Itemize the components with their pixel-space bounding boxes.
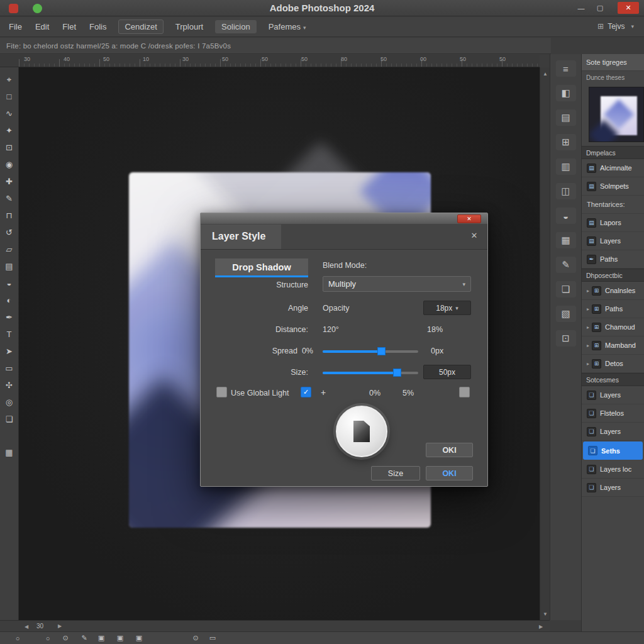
target-icon[interactable]: ⊙ [189,633,202,644]
grid-icon[interactable]: ▣ [133,633,145,644]
drop-shadow-tab[interactable]: Drop Shadow [215,258,308,275]
grid-icon[interactable]: ▣ [95,633,108,644]
panel-navigator-icon[interactable]: ◫ [556,183,576,199]
panel-color-icon[interactable]: ◒ [556,208,576,224]
panel-item[interactable]: ▸ ⊞ Paths [582,300,644,318]
pen-tool[interactable]: ✒ [1,309,18,326]
panel-histogram-icon[interactable]: ▥ [556,158,576,175]
gradient-tool[interactable]: ▤ [1,258,18,275]
panel-properties-icon[interactable]: ≡ [556,60,576,77]
menu-folis[interactable]: Folis [88,20,108,33]
pen-icon[interactable]: ✎ [78,633,91,644]
history-brush-tool[interactable]: ↺ [1,224,18,241]
close-icon[interactable]: ✕ [469,231,480,240]
quick-mask-tool[interactable]: ▦ [1,444,18,461]
panel-swatches-icon[interactable]: ▦ [556,232,576,248]
blend-mode-select[interactable]: Multiply ▾ [323,276,471,292]
dialog-title-strip[interactable]: ✕ [201,213,487,225]
panel-item[interactable]: ▸ ⊞ Mamband [582,336,644,355]
ok-confirm-button[interactable]: OKI [426,466,473,480]
move-tool[interactable]: ⌖ [1,71,18,88]
panel-item[interactable]: ✒ Paths [582,250,644,269]
size-slider-handle[interactable] [393,369,401,377]
ruler-label: 40 [64,56,70,62]
right-checkbox[interactable] [459,387,470,397]
scroll-up-icon[interactable]: ▲ [540,69,550,79]
magic-wand-tool[interactable]: ✦ [1,122,18,139]
panel-adjustments-icon[interactable]: ◧ [556,85,576,101]
panel-item-selected[interactable]: ❏ Seths [583,441,643,460]
panel-layers-icon[interactable]: ❏ [556,281,576,297]
grid-icon[interactable]: ▣ [114,633,126,644]
plus-icon[interactable]: + [321,387,326,397]
play-icon[interactable]: ▶ [58,623,62,629]
scroll-down-icon[interactable]: ▼ [540,609,550,619]
scroll-left-icon[interactable]: ◀ [21,621,31,632]
maximize-button[interactable]: ▢ [591,2,609,14]
shape-tool[interactable]: ▭ [1,360,18,377]
workspace-switcher[interactable]: ⊞ Tejvs ▾ [594,20,638,33]
spread-slider-handle[interactable] [377,347,386,355]
panel-channels-icon[interactable]: ▧ [556,306,576,322]
panel-item[interactable]: ▤ Layers [582,232,644,250]
rect-icon[interactable]: ▭ [206,633,219,644]
layers-icon: ❏ [587,427,596,436]
menu-cendizet[interactable]: Cendizet [118,19,163,34]
panel-item[interactable]: ❏ Layers [582,386,644,404]
vertical-scrollbar[interactable]: ▲ ▼ [540,67,550,620]
horizontal-scrollbar[interactable]: ◀ 30 ▶ ▶ [19,620,550,631]
panel-header[interactable]: Sote tigreges [582,54,644,71]
dodge-tool[interactable]: ◐ [1,292,18,309]
panel-libraries-icon[interactable]: ▤ [556,109,576,126]
zoom-tool[interactable]: ◎ [1,394,18,411]
clone-stamp-tool[interactable]: ⊓ [1,207,18,224]
hand-tool[interactable]: ✣ [1,377,18,394]
panel-info-icon[interactable]: ⊞ [556,134,576,150]
eraser-tool[interactable]: ▱ [1,241,18,258]
panel-item[interactable]: ▸ ⊞ Detos [582,355,644,373]
scroll-right-icon[interactable]: ▶ [536,621,546,632]
checked-checkbox[interactable]: ✓ [301,387,311,397]
minimize-button[interactable]: — [572,2,590,14]
dialog-close-button[interactable]: ✕ [457,214,481,223]
ok-button[interactable]: OKI [426,443,473,457]
target-icon[interactable]: ⊙ [59,633,72,644]
circle-icon[interactable]: ○ [11,633,24,644]
type-tool[interactable]: T [1,326,18,343]
menu-edit[interactable]: Edit [34,20,50,33]
healing-brush-tool[interactable]: ✚ [1,173,18,190]
path-selection-tool[interactable]: ➤ [1,343,18,360]
opacity-dropdown[interactable]: 18px ▾ [423,301,471,315]
panel-item[interactable]: ▸ ⊞ Cnalnsles [582,282,644,300]
panel-item[interactable]: ❏ Flstelos [582,404,644,423]
close-button[interactable]: ✕ [618,2,639,14]
menu-trplourt[interactable]: Trplourt [174,20,204,33]
color-swatches-tool[interactable]: ❏ [1,411,18,428]
menu-file[interactable]: File [8,20,23,33]
panel-item[interactable]: ❏ Layers [582,423,644,441]
panel-item[interactable]: ▤ Alcimnalte [582,159,644,177]
menu-solicion[interactable]: Solicion [215,20,257,33]
menu-pafemes[interactable]: Pafemes▾ [267,20,308,33]
use-global-light-checkbox[interactable] [216,387,227,397]
blur-tool[interactable]: ◒ [1,275,18,292]
marquee-tool[interactable]: □ [1,88,18,105]
circle-icon[interactable]: ○ [42,633,54,644]
panel-item[interactable]: ▤ Lapors [582,214,644,232]
layer-thumbnail[interactable] [589,87,644,142]
size-value-box[interactable]: 50px [423,365,471,379]
panel-item[interactable]: ❏ Layers loc [582,460,644,479]
size-slider[interactable] [323,372,418,374]
panel-brushes-icon[interactable]: ✎ [556,257,576,273]
crop-tool[interactable]: ⊡ [1,139,18,156]
brush-tool[interactable]: ✎ [1,190,18,207]
spread-slider[interactable] [323,350,418,353]
panel-paths-icon[interactable]: ⊡ [556,330,576,347]
menu-flet[interactable]: Flet [61,20,77,33]
size-button[interactable]: Size [371,466,420,480]
panel-item[interactable]: ❏ Layers [582,479,644,497]
panel-item[interactable]: ▤ Solmpets [582,177,644,196]
eyedropper-tool[interactable]: ◉ [1,156,18,173]
lasso-tool[interactable]: ∿ [1,105,18,122]
panel-item[interactable]: ▸ ⊞ Chamoud [582,318,644,336]
